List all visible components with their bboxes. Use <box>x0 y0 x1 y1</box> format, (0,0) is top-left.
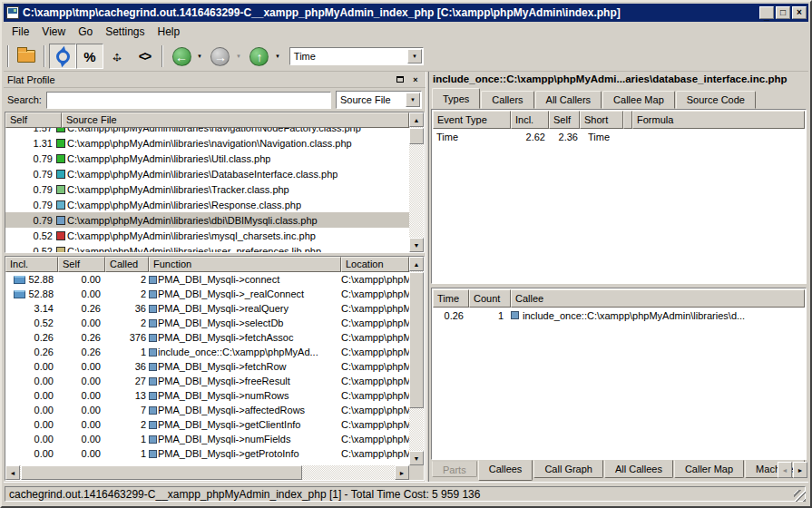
tab-source-code[interactable]: Source Code <box>676 91 756 109</box>
table-row[interactable]: 0.79C:\xampp\phpMyAdmin\libraries\Databa… <box>5 166 409 181</box>
relative-to-parent-button[interactable]: ↔ ↕ <box>103 44 131 69</box>
column-header-time[interactable]: Time <box>433 289 469 308</box>
source-file-path: C:\xampp\phpMyAdmin\libraries\DatabaseIn… <box>67 169 338 180</box>
incl-value: 0.00 <box>34 376 54 386</box>
scroll-up-button[interactable]: ▲ <box>409 257 424 271</box>
column-header-incl[interactable]: Incl. <box>511 111 549 129</box>
relative-percent-button[interactable]: % <box>76 44 103 69</box>
column-header-location[interactable]: Location <box>341 257 409 272</box>
close-icon: × <box>413 75 417 84</box>
tab-call-graph[interactable]: Call Graph <box>533 460 603 478</box>
table-row[interactable]: 0.26 1 include_once::C:\xampp\phpMyAdmin… <box>433 308 805 323</box>
location-value: C:\xampp\phpMy. <box>341 303 409 314</box>
minimize-button[interactable]: _ <box>759 6 774 19</box>
tab-callee-map[interactable]: Callee Map <box>602 91 675 109</box>
tab-all-callees[interactable]: All Callees <box>604 460 673 478</box>
cycle-detection-button[interactable] <box>49 44 76 69</box>
up-dropdown-caret[interactable]: ▼ <box>275 54 280 59</box>
table-row[interactable]: 0.520.002PMA_DBI_Mysqli->selectDbC:\xamp… <box>5 316 409 330</box>
tab-caller-map[interactable]: Caller Map <box>674 460 744 478</box>
table-row[interactable]: 52.880.002PMA_DBI_Mysqli->connectC:\xamp… <box>5 272 409 287</box>
grouping-combobox[interactable]: Source File ▼ <box>336 91 422 109</box>
table-row[interactable]: 0.52C:\xampp\phpMyAdmin\libraries\mysql_… <box>5 228 409 243</box>
shorten-templates-button[interactable]: <> <box>131 44 158 69</box>
menu-settings[interactable]: Settings <box>99 23 151 41</box>
forward-dropdown-caret[interactable]: ▼ <box>236 54 241 59</box>
column-header-formula[interactable]: Formula <box>632 111 805 129</box>
up-button[interactable]: ↑ <box>246 44 273 69</box>
scroll-down-button[interactable]: ▼ <box>409 451 424 465</box>
table-row[interactable]: 0.79C:\xampp\phpMyAdmin\libraries\Tracke… <box>5 181 409 197</box>
table-row[interactable]: 0.000.007PMA_DBI_Mysqli->affectedRowsC:\… <box>5 403 409 417</box>
column-header-event-type[interactable]: Event Type <box>433 111 511 129</box>
horizontal-scrollbar[interactable]: ◄ ► <box>5 465 409 480</box>
scrollbar-thumb[interactable] <box>409 272 424 408</box>
menu-go[interactable]: Go <box>72 23 99 41</box>
table-row[interactable]: 0.260.261include_once::C:\xampp\phpMyAd.… <box>5 345 409 359</box>
menu-help[interactable]: Help <box>152 23 187 41</box>
column-header-function[interactable]: Function <box>149 257 341 272</box>
function-cell: PMA_DBI_Mysqli->fetchAssoc <box>149 332 341 343</box>
location-value: C:\xampp\phpMy. <box>341 288 409 299</box>
table-row[interactable]: 1.57C:\xampp\phpMyAdmin\libraries\naviga… <box>5 128 409 135</box>
table-row[interactable]: 0.000.001PMA_DBI_Mysqli->getProtoInfoC:\… <box>5 446 409 461</box>
table-row[interactable]: 0.000.001PMA_DBI_Mysqli->numFieldsC:\xam… <box>5 432 409 446</box>
incl-cell: 0.00 <box>5 434 58 444</box>
tab-scroll-left-button[interactable]: ◄ <box>778 462 792 478</box>
column-header-incl[interactable]: Incl. <box>5 257 58 272</box>
table-row[interactable]: 0.52C:\xampp\phpMyAdmin\libraries\user_p… <box>5 243 409 252</box>
maximize-button[interactable]: □ <box>776 6 790 19</box>
table-row[interactable]: Time 2.62 2.36 Time <box>433 129 805 144</box>
table-row[interactable]: 3.140.2636PMA_DBI_Mysqli->realQueryC:\xa… <box>5 301 409 316</box>
column-header-self[interactable]: Self <box>5 112 62 128</box>
column-header-self[interactable]: Self <box>549 111 580 129</box>
flat-profile-dock: Flat Profile × Search: Source File ▼ Sel… <box>4 72 426 482</box>
incl-cell: 3.14 <box>5 303 58 314</box>
scroll-left-button[interactable]: ◄ <box>5 465 20 480</box>
table-row[interactable]: 0.79C:\xampp\phpMyAdmin\libraries\Util.c… <box>5 151 409 166</box>
close-dock-button[interactable]: × <box>409 73 422 85</box>
table-row[interactable]: 0.000.0036PMA_DBI_Mysqli->fetchRowC:\xam… <box>5 359 409 374</box>
open-file-button[interactable] <box>13 44 40 69</box>
angle-brackets-icon: <> <box>139 49 150 64</box>
table-row-selected[interactable]: 0.79C:\xampp\phpMyAdmin\libraries\dbi\DB… <box>5 212 409 228</box>
column-header-count[interactable]: Count <box>469 289 511 308</box>
resize-grip[interactable] <box>794 490 806 502</box>
table-row[interactable]: 0.000.0013PMA_DBI_Mysqli->numRowsC:\xamp… <box>5 388 409 403</box>
column-header-self[interactable]: Self <box>58 257 105 272</box>
combo-dropdown-button[interactable]: ▼ <box>407 49 422 64</box>
search-input[interactable] <box>46 92 331 109</box>
back-dropdown-caret[interactable]: ▼ <box>197 54 202 59</box>
tab-parts[interactable]: Parts <box>432 461 477 477</box>
forward-button[interactable]: → <box>207 44 234 69</box>
column-header-short[interactable]: Short <box>580 111 623 129</box>
table-row[interactable]: 0.000.0027PMA_DBI_Mysqli->freeResultC:\x… <box>5 374 409 388</box>
tab-all-callers[interactable]: All Callers <box>535 91 602 109</box>
close-button[interactable]: × <box>792 6 807 19</box>
menu-file[interactable]: File <box>5 23 35 41</box>
column-header-callee[interactable]: Callee <box>511 289 805 308</box>
column-header-called[interactable]: Called <box>105 257 149 272</box>
scrollbar-thumb[interactable] <box>21 465 302 480</box>
table-row[interactable]: 52.880.002PMA_DBI_Mysqli->_realConnectC:… <box>5 287 409 301</box>
event-type-combobox[interactable]: Time ▼ <box>289 47 424 65</box>
back-button[interactable]: ← <box>168 44 195 69</box>
scroll-right-button[interactable]: ► <box>395 465 409 480</box>
table-row[interactable]: 1.31C:\xampp\phpMyAdmin\libraries\naviga… <box>5 135 409 151</box>
tab-scroll-right-button[interactable]: ► <box>793 462 807 478</box>
vertical-scrollbar[interactable]: ▲ ▼ <box>409 112 424 252</box>
scrollbar-thumb[interactable] <box>409 128 424 144</box>
tab-types[interactable]: Types <box>432 88 480 109</box>
combo-dropdown-button[interactable]: ▼ <box>406 93 420 107</box>
tab-callees[interactable]: Callees <box>478 460 533 481</box>
scroll-up-button[interactable]: ▲ <box>409 112 424 127</box>
tab-callers[interactable]: Callers <box>481 91 533 109</box>
column-header-source-file[interactable]: Source File <box>62 112 409 128</box>
table-row[interactable]: 0.79C:\xampp\phpMyAdmin\libraries\Respon… <box>5 197 409 212</box>
float-dock-button[interactable] <box>394 73 406 85</box>
scroll-down-button[interactable]: ▼ <box>409 238 424 252</box>
menu-view[interactable]: View <box>35 23 72 41</box>
vertical-scrollbar[interactable]: ▲ ▼ <box>409 257 424 465</box>
table-row[interactable]: 0.260.26376PMA_DBI_Mysqli->fetchAssocC:\… <box>5 330 409 345</box>
table-row[interactable]: 0.000.002PMA_DBI_Mysqli->getClientInfoC:… <box>5 417 409 432</box>
